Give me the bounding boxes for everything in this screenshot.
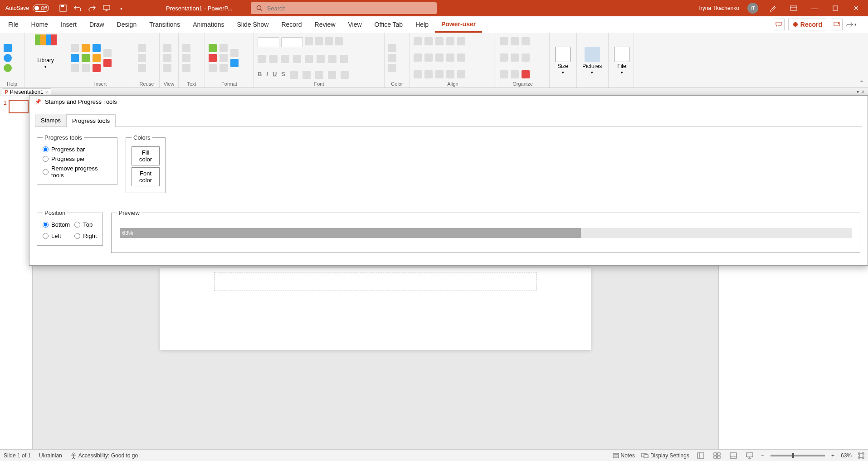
format-icon[interactable]	[219, 54, 228, 62]
align-center-icon[interactable]	[269, 55, 278, 63]
group-icon[interactable]	[500, 37, 508, 45]
shrink-font-icon[interactable]	[315, 37, 323, 45]
slide-canvas[interactable]	[160, 268, 591, 350]
tab-draw[interactable]: Draw	[83, 17, 111, 32]
search-tool-icon[interactable]	[4, 44, 12, 52]
present-icon[interactable]	[102, 4, 111, 12]
textbox-icon[interactable]	[71, 64, 79, 72]
bring-forward-icon[interactable]	[500, 53, 508, 62]
arrange-icon[interactable]	[457, 70, 465, 78]
tab-record[interactable]: Record	[275, 17, 308, 32]
underline-icon[interactable]: U	[273, 71, 277, 79]
dlg-tab-progress[interactable]: Progress tools	[66, 114, 116, 127]
tab-office[interactable]: Office Tab	[368, 17, 410, 32]
record-button[interactable]: Record	[788, 19, 827, 30]
radio-progress-bar[interactable]: Progress bar	[43, 145, 112, 154]
align-icon[interactable]	[414, 37, 422, 45]
close-icon[interactable]: ✕	[850, 5, 863, 12]
distribute-icon[interactable]	[414, 53, 422, 62]
numbering-icon[interactable]	[315, 71, 323, 79]
outline-color-icon[interactable]	[388, 64, 396, 72]
tab-slideshow[interactable]: Slide Show	[230, 17, 275, 32]
align-left-icon[interactable]	[258, 55, 266, 63]
grow-font-icon[interactable]	[305, 37, 313, 45]
dlg-tab-stamps[interactable]: Stamps	[35, 114, 67, 126]
present-live-icon[interactable]	[831, 19, 843, 30]
toggle-switch[interactable]: Off	[33, 5, 49, 12]
line-spacing-icon[interactable]	[305, 55, 313, 63]
radio-top[interactable]: Top	[74, 220, 97, 229]
format-icon[interactable]	[219, 64, 228, 72]
strike-icon[interactable]: S	[281, 71, 285, 79]
arrange-icon[interactable]	[414, 70, 422, 78]
tab-poweruser[interactable]: Power-user	[435, 17, 482, 33]
tab-animations[interactable]: Animations	[186, 17, 230, 32]
slide-indicator[interactable]: Slide 1 of 1	[4, 452, 31, 459]
ribbon-display-icon[interactable]	[787, 5, 800, 11]
map-icon[interactable]	[103, 59, 112, 67]
shape-icon[interactable]	[82, 54, 90, 62]
align-right-icon[interactable]	[281, 55, 289, 63]
font-combo[interactable]	[258, 37, 279, 47]
italic-icon[interactable]: I	[266, 71, 268, 79]
format-icon[interactable]	[209, 64, 217, 72]
arrange-icon[interactable]	[446, 70, 454, 78]
font-color-icon[interactable]	[388, 44, 396, 52]
view-icon[interactable]	[163, 64, 171, 72]
collapse-ribbon-icon[interactable]: ⌃	[859, 79, 864, 87]
tab-insert[interactable]: Insert	[54, 17, 83, 32]
spellcheck-icon[interactable]	[182, 44, 190, 52]
language-indicator[interactable]: Ukrainian	[39, 452, 62, 459]
zoom-in-icon[interactable]: +	[831, 452, 834, 459]
tab-view[interactable]: View	[342, 17, 368, 32]
arrange-icon[interactable]	[424, 70, 433, 78]
change-case-icon[interactable]	[340, 55, 348, 63]
zoom-out-icon[interactable]: −	[761, 452, 764, 459]
reuse-icon[interactable]	[138, 64, 146, 72]
bold-icon[interactable]: B	[258, 71, 262, 79]
share-button[interactable]: ▾	[846, 19, 862, 30]
link-icon[interactable]	[82, 64, 90, 72]
sorter-view-icon[interactable]	[712, 451, 722, 460]
text-direction-icon[interactable]	[328, 55, 336, 63]
slide-thumbnail[interactable]: 1	[4, 100, 29, 113]
save-icon[interactable]	[59, 4, 67, 12]
align-icon[interactable]	[446, 37, 454, 45]
insert-tool-icon[interactable]	[71, 54, 79, 62]
search-box[interactable]	[251, 2, 437, 14]
display-settings-button[interactable]: Display Settings	[641, 452, 689, 459]
slideshow-view-icon[interactable]	[745, 451, 755, 460]
tab-review[interactable]: Review	[308, 17, 342, 32]
heart-icon[interactable]	[93, 64, 101, 72]
radio-bottom[interactable]: Bottom	[43, 220, 70, 229]
spacing-icon[interactable]	[290, 71, 298, 79]
bullets-icon[interactable]	[302, 71, 311, 79]
document-tab[interactable]: P Presentation1 ×	[2, 88, 51, 95]
align-icon[interactable]	[424, 37, 433, 45]
reuse-icon[interactable]	[138, 44, 146, 52]
shape-icon[interactable]	[93, 44, 101, 52]
minimize-icon[interactable]: ―	[808, 5, 821, 12]
notes-button[interactable]: Notes	[613, 452, 635, 459]
draw-mode-icon[interactable]	[766, 5, 779, 12]
doc-bar-dropdown-icon[interactable]: ▾	[857, 89, 859, 94]
language-icon[interactable]	[182, 54, 190, 62]
reading-view-icon[interactable]	[728, 451, 738, 460]
tab-file[interactable]: File	[2, 17, 25, 32]
justify-icon[interactable]	[293, 55, 301, 63]
redo-icon[interactable]	[88, 4, 96, 12]
close-tab-icon[interactable]: ×	[45, 90, 48, 95]
text-tool-icon[interactable]	[182, 64, 190, 72]
zoom-level[interactable]: 63%	[841, 452, 852, 459]
send-backward-icon[interactable]	[511, 53, 519, 62]
size-button[interactable]: Size▾	[553, 45, 572, 77]
tab-design[interactable]: Design	[111, 17, 143, 32]
zoom-slider[interactable]	[770, 455, 825, 456]
radio-remove-progress[interactable]: Remove progress tools	[43, 164, 112, 180]
file-button[interactable]: File▾	[612, 45, 631, 77]
tab-help[interactable]: Help	[409, 17, 435, 32]
comments-icon[interactable]	[773, 19, 785, 30]
radio-right[interactable]: Right	[74, 231, 97, 241]
info-icon[interactable]	[4, 54, 12, 62]
distribute-icon[interactable]	[424, 53, 433, 62]
